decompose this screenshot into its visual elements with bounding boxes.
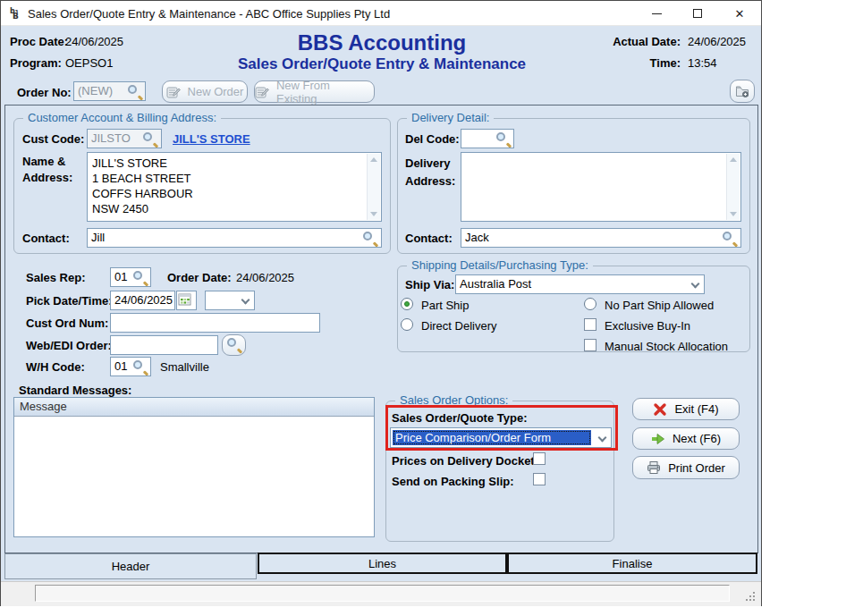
- calendar-button[interactable]: [176, 291, 197, 310]
- web-edi-search-icon: [227, 338, 241, 352]
- pick-time-combobox[interactable]: [205, 291, 255, 310]
- status-field: [35, 585, 730, 602]
- cust-code-search-icon[interactable]: [143, 132, 157, 147]
- new-from-existing-button[interactable]: New From Existing: [254, 80, 375, 103]
- resize-grip[interactable]: [745, 591, 756, 602]
- window-title: Sales Order/Quote Entry & Maintenance - …: [28, 7, 390, 21]
- delivery-address-textarea[interactable]: [461, 152, 741, 222]
- close-button[interactable]: ✕: [722, 1, 757, 26]
- del-code-field[interactable]: [461, 129, 514, 148]
- maximize-button[interactable]: [680, 1, 715, 26]
- pick-date-field[interactable]: 24/06/2025: [110, 291, 175, 310]
- shipping-group-title: Shipping Details/Purchasing Type:: [407, 258, 593, 272]
- tab-header-label: Header: [112, 560, 150, 573]
- ship-via-combobox[interactable]: Australia Post: [455, 274, 705, 294]
- desktop: b₃ B Sales Order/Quote Entry & Maintenan…: [0, 0, 846, 616]
- cust-code-field[interactable]: JILSTO: [87, 129, 162, 148]
- manual-stock-allocation-checkbox[interactable]: [584, 339, 596, 351]
- tab-header[interactable]: Header: [4, 553, 257, 579]
- sales-rep-field[interactable]: 01: [110, 267, 151, 287]
- prices-on-delivery-docket-checkbox[interactable]: [533, 452, 546, 465]
- status-bar: [1, 581, 761, 606]
- delivery-address-label-1: Delivery: [405, 156, 451, 170]
- prices-on-delivery-docket-label: Prices on Delivery Docket:: [392, 454, 538, 468]
- wh-code-search-icon[interactable]: [133, 360, 148, 375]
- part-ship-radio[interactable]: [401, 298, 413, 310]
- delivery-address-label-2: Address:: [405, 174, 455, 188]
- exit-button[interactable]: Exit (F4): [632, 398, 740, 420]
- order-date-value: 24/06/2025: [236, 271, 294, 284]
- web-edi-order-label: Web/EDI Order:: [26, 339, 112, 352]
- delivery-contact-label: Contact:: [405, 232, 453, 245]
- messages-list[interactable]: Message: [13, 397, 375, 537]
- messages-column-header[interactable]: Message: [14, 398, 374, 417]
- actual-date-label: Actual Date:: [591, 35, 681, 48]
- exit-button-label: Exit (F4): [674, 402, 718, 416]
- delivery-contact-value: Jack: [465, 231, 489, 244]
- new-from-existing-icon: [255, 85, 269, 99]
- actual-date-value: 24/06/2025: [688, 35, 746, 48]
- minimize-icon: [652, 13, 662, 14]
- order-no-field[interactable]: (NEW): [73, 81, 146, 101]
- order-quote-type-combobox[interactable]: Price Comparison/Order Form: [390, 427, 612, 448]
- app-icon: b₃ B: [8, 5, 23, 21]
- web-edi-search-button[interactable]: [222, 334, 246, 356]
- billing-address-text: JILL'S STORE 1 BEACH STREET COFFS HARBOU…: [92, 156, 365, 219]
- wh-code-label: W/H Code:: [26, 360, 85, 374]
- del-code-label: Del Code:: [405, 132, 460, 146]
- next-arrow-icon: [651, 432, 665, 446]
- tab-lines[interactable]: Lines: [258, 553, 507, 574]
- delivery-address-text: [466, 156, 724, 219]
- order-no-value: (NEW): [78, 84, 113, 97]
- standard-messages-label: Standard Messages:: [19, 384, 131, 397]
- print-order-button-label: Print Order: [668, 461, 725, 475]
- cust-ord-num-field[interactable]: [110, 313, 320, 333]
- billing-contact-field[interactable]: Jill: [87, 228, 382, 248]
- order-no-search-icon[interactable]: [128, 85, 142, 99]
- billing-address-textarea[interactable]: JILL'S STORE 1 BEACH STREET COFFS HARBOU…: [87, 152, 382, 222]
- print-order-button[interactable]: Print Order: [632, 456, 740, 479]
- ship-via-value: Australia Post: [460, 277, 684, 291]
- no-part-ship-radio[interactable]: [584, 298, 596, 310]
- folder-plus-icon: [735, 84, 749, 98]
- part-ship-label: Part Ship: [421, 299, 469, 312]
- order-no-label: Order No:: [17, 86, 72, 99]
- cust-code-value: JILSTO: [91, 131, 131, 145]
- web-edi-order-field[interactable]: [110, 335, 218, 355]
- customer-name-link[interactable]: JILL'S STORE: [173, 132, 250, 146]
- delivery-contact-field[interactable]: Jack: [461, 228, 741, 248]
- new-document-button[interactable]: [730, 80, 755, 103]
- delivery-contact-search-icon[interactable]: [723, 232, 737, 246]
- delivery-group-title: Delivery Detail:: [407, 111, 494, 124]
- billing-address-scrollbar[interactable]: [367, 154, 380, 220]
- billing-contact-search-icon[interactable]: [363, 232, 377, 246]
- del-code-search-icon[interactable]: [496, 132, 511, 147]
- new-order-button[interactable]: New Order: [162, 80, 248, 103]
- tab-lines-label: Lines: [368, 557, 396, 570]
- exclusive-buy-in-checkbox[interactable]: [584, 318, 596, 331]
- delivery-address-scrollbar[interactable]: [726, 154, 740, 220]
- sales-rep-value: 01: [114, 270, 127, 283]
- tab-finalise-label: Finalise: [613, 557, 653, 570]
- new-order-icon: [166, 85, 181, 99]
- direct-delivery-radio[interactable]: [401, 318, 413, 331]
- next-button-label: Next (F6): [673, 432, 721, 445]
- pick-time-chevron-down-icon: [241, 296, 250, 305]
- tab-finalise[interactable]: Finalise: [507, 553, 757, 574]
- new-from-existing-label: New From Existing: [276, 79, 374, 105]
- minimize-button[interactable]: [639, 1, 674, 26]
- wh-name: Smallville: [160, 360, 209, 374]
- time-label: Time:: [591, 56, 681, 70]
- send-on-packing-slip-label: Send on Packing Slip:: [392, 475, 514, 488]
- order-quote-type-label: Sales Order/Quote Type:: [392, 411, 527, 425]
- wh-code-field[interactable]: 01: [110, 357, 151, 376]
- exit-x-icon: [653, 402, 667, 417]
- order-date-label: Order Date:: [167, 271, 232, 284]
- next-button[interactable]: Next (F6): [632, 427, 740, 450]
- sales-rep-search-icon[interactable]: [133, 271, 148, 285]
- app-window: b₃ B Sales Order/Quote Entry & Maintenan…: [0, 0, 762, 606]
- send-on-packing-slip-checkbox[interactable]: [533, 473, 546, 485]
- calendar-icon: [178, 292, 192, 307]
- exclusive-buy-in-label: Exclusive Buy-In: [605, 319, 690, 333]
- ship-via-chevron-down-icon: [691, 280, 700, 289]
